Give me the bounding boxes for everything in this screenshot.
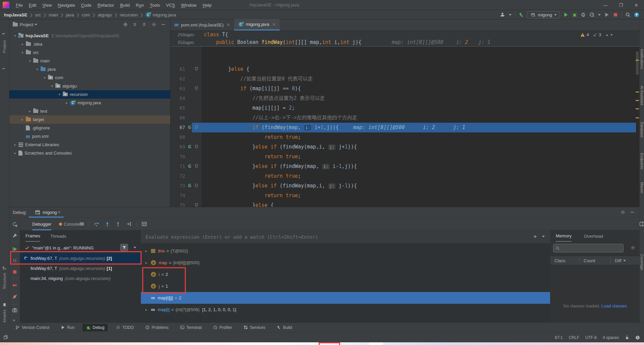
code-line-68[interactable]: 68 return true; — [170, 132, 639, 142]
menu-view[interactable]: View — [39, 3, 55, 8]
lock-icon[interactable] — [625, 335, 629, 340]
collapse-all-button[interactable] — [142, 22, 147, 27]
menu-tools[interactable]: Tools — [147, 3, 163, 8]
tool-windows-icon[interactable] — [3, 335, 8, 340]
line-number[interactable]: 68 — [170, 132, 185, 142]
tool-stripe-ai-assistant[interactable]: AI Assistant — [640, 86, 644, 105]
memory-column-class[interactable]: Class — [550, 258, 579, 263]
select-opened-file-button[interactable] — [123, 22, 128, 27]
breadcrumb-file[interactable]: migong.java — [153, 12, 176, 17]
tool-stripe-endpoints[interactable]: Endpoints — [640, 153, 644, 169]
tree-item-atguigu[interactable]: ▾atguigu — [9, 82, 170, 90]
debugger-tab-debugger[interactable]: Debugger — [32, 218, 51, 230]
sticky-line-48[interactable]: 48class T{2 usages — [170, 31, 639, 39]
debug-settings-icon[interactable] — [621, 210, 625, 215]
menu-navigate[interactable]: Navigate — [55, 3, 78, 8]
breadcrumb-com[interactable]: com — [82, 12, 90, 17]
thread-filter-button[interactable] — [120, 244, 128, 251]
code-line-72[interactable]: 72 return true; — [170, 171, 639, 181]
chevron-down-icon[interactable] — [598, 14, 601, 16]
tree-chevron-icon[interactable]: ▸ — [144, 261, 149, 265]
code-area[interactable]: 61 }else {62 //如果当前位置是0 代表可以走63 if (map[… — [170, 31, 639, 207]
view-breakpoints-button[interactable] — [12, 283, 17, 288]
tool-window-button-version-control[interactable]: Version Control — [12, 324, 53, 331]
tree-chevron-icon[interactable]: ▸ — [13, 143, 17, 147]
stop-process-button[interactable] — [12, 269, 17, 275]
close-tab-icon[interactable]: ✕ — [272, 22, 276, 27]
variable-row-this[interactable]: ▸this={T@502} — [141, 245, 550, 257]
chevron-down-icon[interactable] — [133, 247, 136, 248]
tree-item-java[interactable]: ▾java — [9, 65, 170, 73]
variable-row-i[interactable]: pi=2 — [141, 269, 550, 280]
close-button[interactable]: ✕ — [629, 0, 644, 10]
tree-chevron-icon[interactable]: ▸ — [144, 308, 149, 311]
variable-row-map[interactable]: ▸pmap={int[8][]@500} — [141, 257, 550, 269]
menu-window[interactable]: Window — [178, 3, 200, 8]
line-number[interactable]: 65 — [170, 103, 185, 113]
project-settings-icon[interactable] — [152, 22, 156, 27]
tree-chevron-icon[interactable]: ▾ — [35, 67, 40, 71]
menu-help[interactable]: Help — [200, 3, 215, 8]
menu-code[interactable]: Code — [78, 3, 95, 8]
tool-stripe-structure-icon[interactable] — [2, 266, 7, 270]
stack-frame[interactable]: findWay:67, T(com.atguigu.recursion)[1] — [20, 263, 141, 273]
caret-position[interactable]: 67:1 — [555, 335, 562, 340]
step-into-button[interactable] — [105, 221, 110, 227]
notifications-icon[interactable] — [635, 335, 640, 340]
code-line-69[interactable]: 69 }else if (findWay(map,i, j: j+1)){ — [170, 142, 639, 152]
close-session-icon[interactable]: ✕ — [58, 210, 61, 215]
memory-tab-memory[interactable]: Memory — [556, 230, 572, 242]
breadcrumb-recursion[interactable]: recursion — [120, 12, 138, 17]
code-line-75[interactable]: 75 }else { — [170, 200, 639, 207]
layout-options-icon[interactable] — [79, 221, 85, 227]
tool-stripe-maven[interactable]: Maven — [640, 182, 644, 193]
debug-session-tab[interactable]: migong — [43, 210, 57, 215]
tree-item-.gitignore[interactable]: .gitignore — [9, 124, 170, 132]
tool-stripe-notifications[interactable]: Notifications — [640, 49, 644, 69]
tool-stripe-bookmarks-icon[interactable] — [2, 303, 7, 307]
step-over-button[interactable] — [94, 221, 99, 227]
variable-row-mapi[interactable]: ▸∞map[i]={int[7]@506}[1, 2, 1, 0, 0, 0, … — [141, 304, 550, 315]
chevron-down-icon[interactable] — [554, 14, 557, 16]
code-line-70[interactable]: 70 return true; — [170, 152, 639, 162]
fold-marker-icon[interactable] — [194, 145, 199, 149]
variable-row-mapij[interactable]: ∞map[i][j]=2 — [141, 292, 550, 304]
tree-item-ExternalLibraries[interactable]: ▸External Libraries — [9, 140, 170, 149]
tree-item-target[interactable]: ▸target — [9, 115, 170, 124]
tree-item-pom.xml[interactable]: mpom.xml — [9, 132, 170, 140]
fold-marker-icon[interactable] — [194, 86, 199, 91]
tree-chevron-icon[interactable]: ▾ — [13, 34, 17, 38]
chevron-down-icon[interactable] — [509, 14, 512, 16]
load-classes-link[interactable]: Load classes — [601, 303, 627, 308]
tree-item-com[interactable]: ▾com — [9, 73, 170, 82]
tool-window-button-run[interactable]: Run — [57, 324, 78, 331]
tree-item-migong.java[interactable]: ▸Cmigong.java — [9, 99, 170, 107]
memory-search-input[interactable] — [553, 244, 624, 252]
line-number[interactable]: 61 — [170, 64, 185, 74]
rerun-debug-button[interactable] — [12, 222, 17, 227]
tree-chevron-icon[interactable]: ▾ — [42, 76, 47, 79]
code-line-74[interactable]: 74 return true; — [170, 191, 639, 200]
next-highlight-icon[interactable]: ▼ — [610, 33, 613, 37]
memory-tab-overhead[interactable]: Overhead — [584, 230, 603, 242]
editor-tab-pom.xml[interactable]: mpom.xml (hspJavaSE)✕ — [170, 19, 234, 31]
add-watch-icon[interactable] — [533, 234, 537, 239]
tree-item-ScratchesandConsoles[interactable]: ▸Scratches and Consoles — [9, 149, 170, 157]
encoding[interactable]: UTF-8 — [585, 335, 597, 340]
menu-refactor[interactable]: Refactor — [95, 3, 117, 8]
maximize-button[interactable]: ❐ — [613, 0, 629, 10]
code-line-63[interactable]: 63 if (map[i][j] == 0){ — [170, 84, 639, 94]
hide-panel-button[interactable] — [161, 22, 166, 27]
breadcrumb-main[interactable]: main — [49, 12, 58, 17]
tool-window-button-terminal[interactable]: Terminal — [177, 324, 205, 331]
line-number[interactable]: 71 — [170, 162, 185, 171]
code-line-73[interactable]: 73 }else if (findWay(map,i, j: j-1)){ — [170, 181, 639, 191]
tree-chevron-icon[interactable]: ▸ — [13, 151, 17, 155]
fold-marker-icon[interactable] — [194, 125, 199, 129]
tool-window-button-profiler[interactable]: Profiler — [210, 324, 235, 331]
fold-marker-icon[interactable] — [194, 67, 199, 71]
evaluate-expression-input[interactable]: Evaluate expression (Enter) or add a wat… — [141, 230, 550, 244]
code-line-66[interactable]: 66 //以上->右->下->左的策略往其他四个方向走 — [170, 113, 639, 123]
tool-window-button-debug[interactable]: Debug — [83, 324, 108, 331]
tree-item-hspJavaSE[interactable]: ▾hspJavaSEE:\workplace01\javaSE\hspJavaS… — [9, 32, 170, 40]
